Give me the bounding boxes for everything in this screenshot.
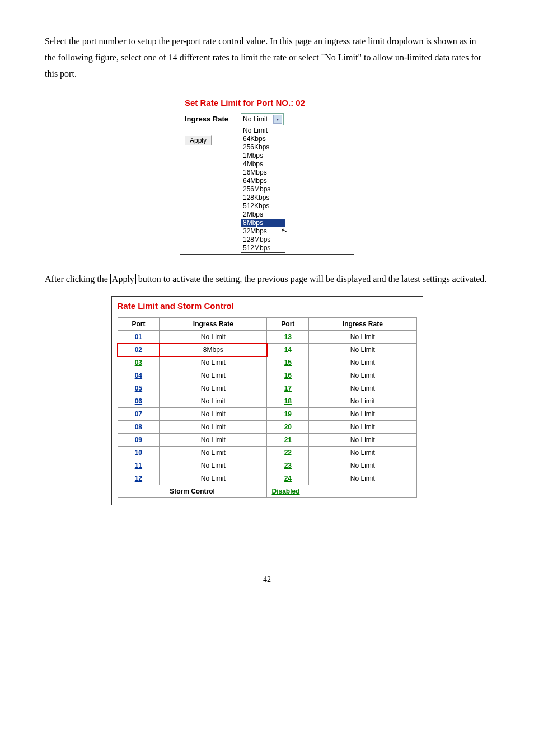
table-cell-port: 09 [118, 434, 160, 447]
table-cell-rate: No Limit [309, 356, 416, 369]
rate-limit-table: Port Ingress Rate Port Ingress Rate 01No… [118, 317, 417, 498]
table-row: 05No Limit17No Limit [118, 382, 416, 395]
port-link[interactable]: 14 [284, 346, 292, 354]
port-link[interactable]: 10 [135, 449, 142, 457]
port-link[interactable]: 16 [284, 372, 292, 379]
table-cell-port: 06 [118, 395, 160, 408]
port-link[interactable]: 23 [284, 462, 292, 469]
table-row: 10No Limit22No Limit [118, 447, 416, 459]
ingress-rate-option[interactable]: 1Mbps [241, 152, 285, 160]
table-cell-rate: No Limit [309, 434, 416, 447]
port-link[interactable]: 11 [135, 462, 142, 469]
storm-control-label: Storm Control [118, 485, 267, 498]
table-cell-rate: No Limit [309, 447, 416, 459]
table-cell-port: 22 [267, 447, 309, 459]
table-cell-rate: No Limit [160, 408, 267, 421]
table-cell-port: 19 [267, 408, 309, 421]
port-link[interactable]: 09 [135, 436, 142, 444]
table-cell-port: 21 [267, 434, 309, 447]
port-link[interactable]: 01 [135, 333, 142, 341]
ingress-rate-option[interactable]: 256Kbps [241, 143, 285, 152]
table-cell-port: 03 [118, 356, 160, 369]
ingress-rate-option[interactable]: 512Mbps [241, 244, 285, 252]
ingress-rate-select[interactable]: No Limit ▾ [241, 113, 284, 125]
apply-inline-box: Apply [110, 274, 136, 284]
chevron-down-icon[interactable]: ▾ [273, 115, 282, 124]
apply-button[interactable]: Apply [185, 135, 212, 145]
ingress-rate-option[interactable]: 32Mbps [241, 227, 285, 236]
ingress-rate-option[interactable]: 64Mbps [241, 177, 285, 185]
port-link[interactable]: 17 [284, 384, 292, 392]
port-link[interactable]: 04 [135, 372, 142, 379]
table-cell-rate: No Limit [160, 434, 267, 447]
table-cell-port: 17 [267, 382, 309, 395]
para1-text-a: Select the [45, 36, 82, 46]
table-cell-rate: No Limit [309, 459, 416, 472]
port-link[interactable]: 20 [284, 423, 292, 431]
port-link[interactable]: 19 [284, 410, 292, 418]
table-cell-rate: No Limit [309, 331, 416, 344]
ingress-rate-option[interactable]: No Limit [241, 126, 285, 135]
ingress-rate-option[interactable]: 4Mbps [241, 160, 285, 168]
ingress-rate-option[interactable]: 128Mbps [241, 236, 285, 244]
table-cell-rate: No Limit [160, 369, 267, 382]
port-link[interactable]: 06 [135, 397, 142, 405]
col-port-left: Port [118, 318, 160, 331]
ingress-rate-option[interactable]: 2Mbps [241, 210, 285, 219]
table-row: 028Mbps14No Limit [118, 344, 416, 356]
ingress-rate-option[interactable]: 8Mbps [241, 219, 285, 227]
table-cell-rate: No Limit [160, 421, 267, 434]
port-link[interactable]: 05 [135, 384, 142, 392]
ingress-rate-option[interactable]: 16Mbps [241, 168, 285, 177]
port-link[interactable]: 07 [135, 410, 142, 418]
table-cell-port: 24 [267, 472, 309, 485]
set-rate-limit-title: Set Rate Limit for Port NO.: 02 [180, 93, 354, 113]
storm-control-link[interactable]: Disabled [271, 487, 299, 495]
table-cell-port: 20 [267, 421, 309, 434]
rate-limit-storm-control-panel: Rate Limit and Storm Control Port Ingres… [111, 296, 423, 505]
table-row: 03No Limit15No Limit [118, 356, 416, 369]
port-link[interactable]: 08 [135, 423, 142, 431]
table-row: 07No Limit19No Limit [118, 408, 416, 421]
table-cell-port: 04 [118, 369, 160, 382]
paragraph-1: Select the port number to setup the per-… [45, 34, 489, 82]
ingress-rate-option[interactable]: 256Mbps [241, 185, 285, 194]
col-rate-right: Ingress Rate [309, 318, 416, 331]
port-link[interactable]: 02 [135, 346, 142, 354]
table-row: 11No Limit23No Limit [118, 459, 416, 472]
table-cell-port: 08 [118, 421, 160, 434]
port-link[interactable]: 22 [284, 449, 292, 457]
port-link[interactable]: 18 [284, 397, 292, 405]
ingress-rate-options-list[interactable]: ↖ No Limit64Kbps256Kbps1Mbps4Mbps16Mbps6… [241, 126, 285, 253]
table-cell-rate: No Limit [309, 421, 416, 434]
ingress-rate-option[interactable]: 64Kbps [241, 135, 285, 143]
port-link[interactable]: 24 [284, 475, 292, 482]
table-row: 12No Limit24No Limit [118, 472, 416, 485]
table-cell-rate: No Limit [309, 344, 416, 356]
table-cell-port: 07 [118, 408, 160, 421]
port-link[interactable]: 12 [135, 475, 142, 482]
port-link[interactable]: 21 [284, 436, 292, 444]
table-cell-port: 02 [118, 344, 160, 356]
table-cell-rate: No Limit [309, 395, 416, 408]
page-number: 42 [45, 572, 489, 586]
table-row: 04No Limit16No Limit [118, 369, 416, 382]
table-cell-rate: No Limit [309, 408, 416, 421]
ingress-rate-option[interactable]: 512Kbps [241, 202, 285, 210]
table-cell-rate: No Limit [160, 459, 267, 472]
table-cell-port: 15 [267, 356, 309, 369]
port-link[interactable]: 13 [284, 333, 292, 341]
table-cell-port: 16 [267, 369, 309, 382]
port-link[interactable]: 03 [135, 359, 142, 367]
table-row: 06No Limit18No Limit [118, 395, 416, 408]
para2-text-a: After clicking the [45, 274, 110, 284]
table-cell-port: 05 [118, 382, 160, 395]
table-cell-rate: No Limit [160, 395, 267, 408]
table-row: 09No Limit21No Limit [118, 434, 416, 447]
col-rate-left: Ingress Rate [160, 318, 267, 331]
port-link[interactable]: 15 [284, 359, 292, 367]
table-cell-rate: No Limit [309, 382, 416, 395]
table-cell-rate: No Limit [309, 472, 416, 485]
ingress-rate-option[interactable]: 128Kbps [241, 194, 285, 202]
para2-text-b: button to activate the setting, the prev… [136, 274, 487, 284]
